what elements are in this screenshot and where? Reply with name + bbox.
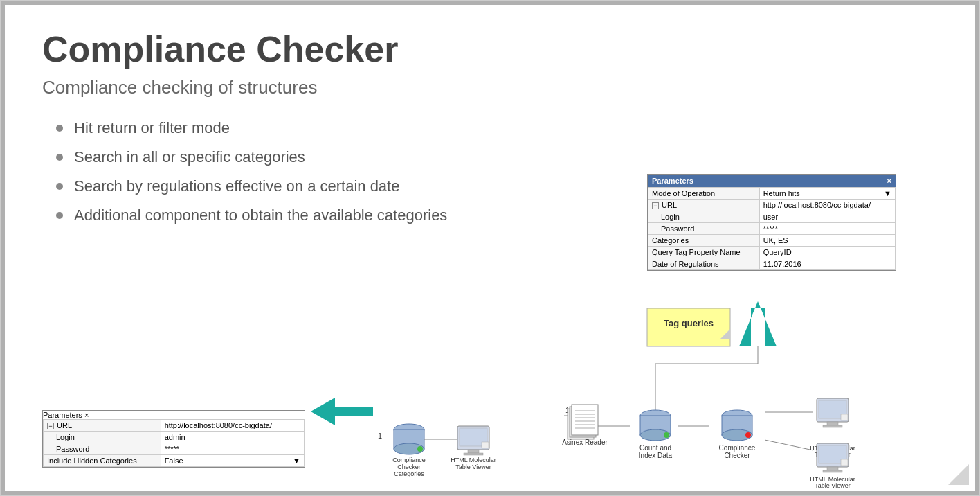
slide: Compliance Checker Compliance checking o… <box>0 0 980 496</box>
svg-point-22 <box>664 432 669 438</box>
params-bottom-label-hidden: Include Hidden Categories <box>44 455 161 467</box>
params-label-password: Password <box>648 223 760 235</box>
count-index-label-1: Count and <box>639 444 671 452</box>
params-value-query-tag: QueryID <box>759 247 895 258</box>
params-bottom-close-btn[interactable]: × <box>84 411 89 419</box>
bullet-item-1: Hit return or filter mode <box>56 119 513 137</box>
svg-line-5 <box>765 440 813 450</box>
params-dialog-bottom: Parameters × −URL http://localhost:8080/… <box>42 410 305 468</box>
svg-rect-47 <box>482 442 489 448</box>
workflow-bottom-svg: 1 Compliance Checker Categories HTML Mol… <box>374 398 554 481</box>
svg-rect-45 <box>468 450 479 453</box>
html-viewer-bottom-label-2: Table Viewer <box>815 482 850 489</box>
params-value-categories: UK, ES <box>759 235 895 247</box>
bullet-dot-1 <box>56 125 63 132</box>
params-top-close-btn[interactable]: × <box>887 177 891 185</box>
svg-point-41 <box>417 446 423 452</box>
params-value-password: ***** <box>759 223 895 235</box>
workflow-right-svg: Tag queries 1 Asinex Reader <box>550 301 979 495</box>
params-label-login: Login <box>648 211 760 223</box>
left-content: Compliance Checker Compliance checking o… <box>42 28 513 236</box>
svg-marker-37 <box>311 398 373 425</box>
params-row-url: −URL http://localhost:8080/cc-bigdata/ <box>648 200 896 211</box>
cc-categories-label-2: Checker <box>397 463 421 470</box>
svg-rect-30 <box>823 425 842 427</box>
params-bottom-row-url: −URL http://localhost:8080/cc-bigdata/ <box>44 420 305 432</box>
svg-rect-34 <box>827 467 838 470</box>
params-bottom-label-login: Login <box>44 432 161 443</box>
cc-categories-label-3: Categories <box>394 470 424 477</box>
expand-url-bottom-icon[interactable]: − <box>47 423 54 429</box>
bullet-text-1: Hit return or filter mode <box>74 119 230 137</box>
params-bottom-label-url: −URL <box>44 420 161 432</box>
params-bottom-row-login: Login admin <box>44 432 305 443</box>
count-index-label-2: Index Data <box>639 452 673 459</box>
slide-title: Compliance Checker <box>42 28 513 70</box>
params-bottom-row-hidden: Include Hidden Categories False ▼ <box>44 455 305 467</box>
params-label-categories: Categories <box>648 235 760 247</box>
left-border <box>1 1 5 495</box>
svg-rect-35 <box>823 470 842 472</box>
params-value-date: 11.07.2016 <box>759 258 895 270</box>
bullet-text-4: Additional component to obtain the avail… <box>74 206 447 224</box>
params-bottom-label-password: Password <box>44 443 161 455</box>
left-arrow-container <box>311 394 373 432</box>
bottom-right-arrow <box>948 464 969 485</box>
top-border <box>1 1 979 5</box>
params-top-table: Mode of Operation Return hits ▼ −URL htt… <box>648 187 896 270</box>
params-bottom-value-url: http://localhost:8080/cc-bigdata/ <box>161 420 304 432</box>
svg-rect-31 <box>841 414 848 420</box>
params-label-url: −URL <box>648 200 760 211</box>
compliance-checker-label-2: Checker <box>724 452 750 459</box>
params-dialog-top: Parameters × Mode of Operation Return hi… <box>647 174 896 271</box>
params-bottom-table: −URL http://localhost:8080/cc-bigdata/ L… <box>43 419 305 467</box>
bullet-list: Hit return or filter mode Search in all … <box>56 119 513 224</box>
params-row-categories: Categories UK, ES <box>648 235 896 247</box>
params-dialog-top-title: Parameters × <box>648 175 896 187</box>
params-row-login: Login user <box>648 211 896 223</box>
params-row-date: Date of Regulations 11.07.2016 <box>648 258 896 270</box>
bullet-item-3: Search by regulations effective on a cer… <box>56 177 513 195</box>
tag-queries-label: Tag queries <box>664 318 714 328</box>
bullet-dot-4 <box>56 212 63 219</box>
compliance-checker-label-1: Compliance <box>719 444 756 452</box>
params-label-date: Date of Regulations <box>648 258 760 270</box>
bullet-dot-2 <box>56 154 63 161</box>
params-row-mode: Mode of Operation Return hits ▼ <box>648 188 896 200</box>
params-bottom-value-password: ***** <box>161 443 304 455</box>
svg-rect-46 <box>464 453 483 455</box>
svg-point-26 <box>745 432 751 438</box>
params-bottom-value-hidden: False ▼ <box>161 455 304 467</box>
params-row-password: Password ***** <box>648 223 896 235</box>
bullet-text-3: Search by regulations effective on a cer… <box>74 177 399 195</box>
bullet-dot-3 <box>56 183 63 190</box>
bullet-item-4: Additional component to obtain the avail… <box>56 206 513 224</box>
slide-subtitle: Compliance checking of structures <box>42 77 513 98</box>
html-bottom-label-2: Table Viewer <box>455 463 491 470</box>
html-bottom-label-1: HTML Molecular <box>451 457 496 463</box>
params-value-url: http://localhost:8080/cc-bigdata/ <box>759 200 895 211</box>
params-label-query-tag: Query Tag Property Name <box>648 247 760 258</box>
params-row-query-tag: Query Tag Property Name QueryID <box>648 247 896 258</box>
bullet-text-2: Search in all or specific categories <box>74 148 305 166</box>
bullet-item-2: Search in all or specific categories <box>56 148 513 166</box>
expand-url-icon[interactable]: − <box>652 202 659 209</box>
asinex-reader-label: Asinex Reader <box>562 439 608 446</box>
bottom-number-badge: 1 <box>378 432 382 440</box>
params-value-mode: Return hits ▼ <box>759 188 895 200</box>
svg-marker-48 <box>948 464 969 485</box>
svg-rect-29 <box>827 422 838 425</box>
params-bottom-row-password: Password ***** <box>44 443 305 455</box>
svg-rect-12 <box>572 405 598 435</box>
svg-rect-36 <box>841 459 848 466</box>
left-arrow-svg <box>311 394 373 429</box>
params-label-mode: Mode of Operation <box>648 188 760 200</box>
params-value-login: user <box>759 211 895 223</box>
params-bottom-title: Parameters × <box>43 411 305 419</box>
params-bottom-value-login: admin <box>161 432 304 443</box>
up-arrow <box>739 301 777 346</box>
cc-categories-label-1: Compliance <box>392 457 426 463</box>
